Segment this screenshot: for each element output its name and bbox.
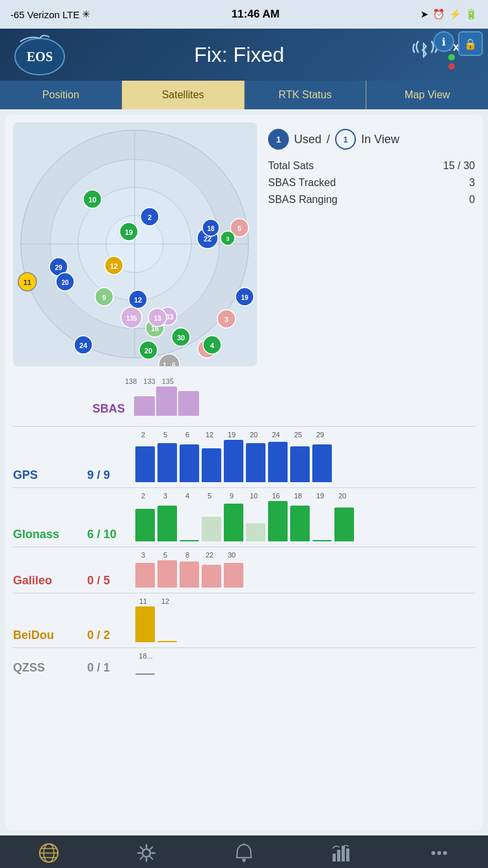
nav-item-alarm[interactable]: Alarm [218, 842, 270, 868]
svg-text:EOS: EOS [27, 49, 53, 64]
sbas-num-2: 135 [162, 377, 174, 385]
more-icon [428, 842, 450, 868]
svg-point-86 [431, 851, 435, 855]
inview-label: In View [361, 133, 400, 146]
nav-item-more[interactable]: More [413, 842, 465, 868]
nav-tabs: Position Satellites RTK Status Map View [0, 81, 488, 109]
galileo-chart-section: 3 5 8 22 30 Galileo 0 / 5 [13, 551, 475, 588]
galileo-bar-4 [224, 563, 243, 588]
svg-text:12: 12 [110, 262, 118, 270]
sbas-bar-2 [178, 391, 199, 416]
differential-icon [331, 842, 353, 868]
status-icons: ➤ ⏰ ⚡ 🔋 [420, 8, 478, 20]
glonass-bar-5 [246, 523, 265, 541]
glonass-bar-3 [202, 517, 221, 541]
tab-rtk-status[interactable]: RTK Status [245, 81, 367, 109]
bottom-nav: Status Config [0, 835, 488, 868]
tab-satellites[interactable]: Satellites [122, 81, 245, 109]
qzss-bar-0 [135, 673, 155, 675]
status-bar: -65 Verizon LTE ✳ 11:46 AM ➤ ⏰ ⚡ 🔋 [0, 0, 488, 29]
sbas-ranging-value: 0 [469, 194, 475, 206]
svg-rect-85 [346, 848, 349, 861]
clock: 11:46 AM [232, 8, 280, 21]
tab-map-view[interactable]: Map View [366, 81, 488, 109]
svg-line-77 [150, 847, 153, 850]
sbas-ranging-label: SBAS Ranging [268, 194, 338, 206]
svg-point-70 [142, 849, 150, 857]
fix-status-title: Fix: Fixed [69, 43, 409, 67]
svg-text:19: 19 [125, 228, 133, 236]
gps-bar-1 [157, 443, 177, 482]
tx-rx-dots [448, 54, 478, 70]
nav-item-differential[interactable]: Differential [316, 842, 368, 868]
glonass-bar-4 [224, 504, 243, 541]
main-content: 2 10 19 12 29 20 11 9 [5, 115, 483, 830]
gps-bar-3 [202, 448, 221, 482]
gps-bar-6 [268, 442, 288, 482]
lte-icon: ✳ [82, 8, 90, 20]
used-label: Used [294, 133, 321, 146]
galileo-type-label: Galileo [13, 574, 52, 588]
sbas-bar-0 [134, 396, 155, 416]
svg-text:30: 30 [177, 334, 185, 342]
svg-text:12: 12 [134, 296, 142, 304]
qzss-type-label: QZSS [13, 661, 45, 675]
qzss-count-label: 0 / 1 [87, 661, 110, 675]
gps-chart-section: 2 5 6 12 19 20 24 25 29 GPS 9 / 9 [13, 431, 475, 482]
gps-bar-7 [290, 446, 310, 482]
config-icon [135, 842, 157, 868]
beidou-count-label: 0 / 2 [87, 629, 110, 642]
sbas-num-1: 133 [143, 377, 155, 385]
gps-bar-4 [224, 440, 243, 482]
total-sats-label: Total Sats [268, 160, 314, 172]
used-dot: 1 [268, 129, 289, 150]
lock-icon: 🔒 [464, 38, 477, 50]
info-button[interactable]: ℹ [433, 31, 454, 52]
tab-position[interactable]: Position [0, 81, 122, 109]
total-sats-value: 15 / 30 [443, 160, 475, 172]
gps-count-label: 9 / 9 [87, 468, 110, 482]
svg-text:19: 19 [241, 294, 249, 301]
svg-text:20: 20 [61, 279, 69, 286]
alarm-icon [233, 842, 255, 868]
beidou-bar-0 [135, 606, 155, 642]
svg-text:10: 10 [88, 196, 96, 204]
divider-1 [13, 426, 475, 427]
svg-line-76 [150, 856, 153, 860]
svg-rect-82 [332, 854, 336, 861]
battery-icon: 🔋 [465, 8, 478, 20]
legend-separator: / [327, 133, 330, 146]
gps-bar-5 [246, 443, 265, 482]
bluetooth-icon: ⚡ [449, 8, 461, 20]
svg-text:5: 5 [237, 224, 241, 232]
svg-text:3: 3 [224, 316, 228, 323]
lock-button[interactable]: 🔒 [458, 31, 483, 56]
sbas-bar-1 [156, 387, 177, 416]
svg-rect-83 [337, 850, 340, 861]
glonass-bar-8 [312, 540, 332, 541]
divider-5 [13, 647, 475, 648]
glonass-chart-section: 2 3 4 5 9 10 16 18 19 20 Glonass 6 / 10 [13, 492, 475, 541]
sbas-chart-label: SBAS [92, 402, 125, 416]
glonass-bar-1 [157, 506, 177, 541]
galileo-count-label: 0 / 5 [87, 574, 110, 588]
svg-text:4: 4 [210, 342, 215, 349]
svg-point-88 [443, 851, 447, 855]
sbas-tracked-label: SBAS Tracked [268, 177, 336, 189]
sbas-num-0: 138 [125, 377, 137, 385]
app-logo: EOS [10, 32, 69, 77]
galileo-bar-3 [202, 565, 221, 588]
qzss-chart-section: 18... QZSS 0 / 1 [13, 652, 475, 675]
sbas-ranging-row: SBAS Ranging 0 [268, 194, 475, 206]
gps-bar-0 [135, 446, 155, 482]
divider-4 [13, 593, 475, 593]
sky-plot-svg: 2 10 19 12 29 20 11 9 [13, 122, 257, 366]
svg-point-80 [243, 860, 245, 862]
galileo-bar-0 [135, 563, 155, 588]
status-icon [38, 842, 60, 868]
glonass-bar-6 [268, 501, 288, 541]
svg-text:20: 20 [144, 347, 152, 355]
nav-item-config[interactable]: Config [120, 842, 172, 868]
nav-item-status[interactable]: Status [23, 842, 75, 868]
svg-line-78 [140, 856, 143, 860]
